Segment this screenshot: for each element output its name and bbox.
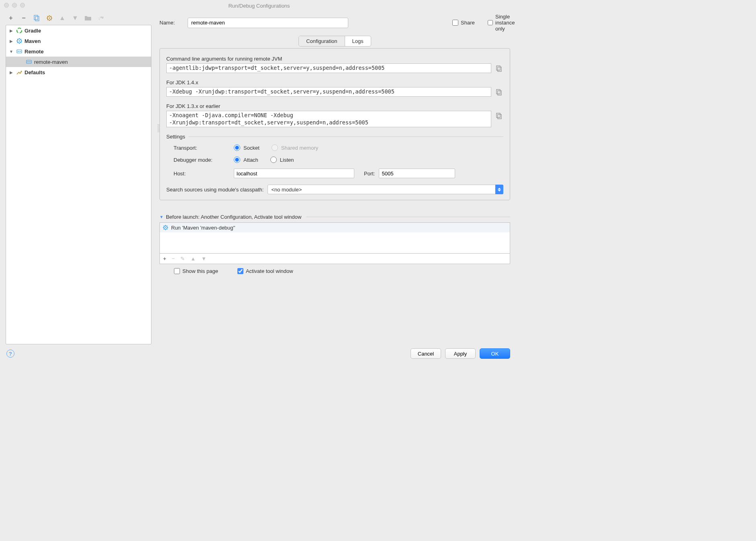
transport-shared-label: Shared memory xyxy=(281,145,318,151)
svg-rect-1 xyxy=(35,16,39,21)
copy-icon[interactable] xyxy=(494,88,503,97)
name-label: Name: xyxy=(159,20,182,26)
configurations-tree[interactable]: ▶ Gradle ▶ Maven ▼ Remote xyxy=(6,25,151,344)
show-page-checkbox[interactable]: Show this page xyxy=(174,268,218,274)
apply-button[interactable]: Apply xyxy=(445,348,476,359)
configuration-content: Command line arguments for running remot… xyxy=(159,48,510,200)
move-task-down-icon[interactable]: ▼ xyxy=(201,256,206,262)
edit-task-icon[interactable]: ✎ xyxy=(180,256,185,262)
jdk14-heading: For JDK 1.4.x xyxy=(166,79,503,85)
move-up-icon[interactable]: ▲ xyxy=(59,14,66,22)
help-icon[interactable]: ? xyxy=(6,350,14,358)
before-launch-list[interactable]: Run 'Maven 'maven-debug'' xyxy=(159,222,510,254)
ok-button[interactable]: OK xyxy=(480,348,510,359)
config-detail-panel: Name: Share Single instance only Configu… xyxy=(155,11,518,344)
copy-icon[interactable] xyxy=(494,64,503,73)
port-input[interactable] xyxy=(379,169,455,178)
before-launch-toolbar: + − ✎ ▲ ▼ xyxy=(159,254,510,264)
tree-node-maven[interactable]: ▶ Maven xyxy=(6,36,151,46)
share-checkbox[interactable]: Share xyxy=(452,20,475,26)
copy-config-icon[interactable] xyxy=(33,14,40,22)
gear-icon xyxy=(162,224,169,231)
transport-socket-input[interactable] xyxy=(234,144,240,151)
transport-socket-radio[interactable]: Socket xyxy=(234,144,259,151)
minimize-window-icon[interactable] xyxy=(12,3,17,8)
tab-logs[interactable]: Logs xyxy=(345,36,371,46)
add-config-icon[interactable]: + xyxy=(7,14,14,22)
tab-configuration[interactable]: Configuration xyxy=(299,36,345,46)
defaults-icon xyxy=(16,69,23,76)
port-label: Port: xyxy=(364,171,375,177)
config-tabs: Configuration Logs xyxy=(298,36,371,47)
debugger-listen-label: Listen xyxy=(280,157,294,163)
debugger-mode-label: Debugger mode: xyxy=(174,157,234,163)
tree-node-defaults[interactable]: ▶ Defaults xyxy=(6,67,151,77)
expand-arrow-icon[interactable]: ▶ xyxy=(8,28,14,33)
activate-tool-input[interactable] xyxy=(237,268,243,274)
tree-label: Remote xyxy=(25,49,44,55)
before-launch-item[interactable]: Run 'Maven 'maven-debug'' xyxy=(160,223,510,232)
share-checkbox-input[interactable] xyxy=(452,20,458,26)
debugger-listen-radio[interactable]: Listen xyxy=(270,157,294,163)
dropdown-caret-icon[interactable] xyxy=(495,185,503,194)
transport-socket-label: Socket xyxy=(243,145,259,151)
module-classpath-select[interactable]: <no module> xyxy=(268,185,503,194)
svg-point-3 xyxy=(49,18,50,19)
window-titlebar: Run/Debug Configurations xyxy=(0,0,518,11)
expand-arrow-icon[interactable]: ▶ xyxy=(8,70,14,75)
maven-icon xyxy=(16,37,23,45)
zoom-window-icon[interactable] xyxy=(20,3,25,8)
svg-rect-17 xyxy=(498,91,501,95)
tree-node-remote[interactable]: ▼ Remote xyxy=(6,46,151,57)
cmd-args-field[interactable]: -agentlib:jdwp=transport=dt_socket,serve… xyxy=(166,63,491,73)
name-input[interactable] xyxy=(188,18,348,28)
dialog-footer: ? Cancel Apply OK xyxy=(0,344,518,359)
single-instance-checkbox-input[interactable] xyxy=(488,20,493,26)
single-instance-label: Single instance only xyxy=(495,14,515,32)
transport-shared-input xyxy=(272,144,278,151)
cancel-button[interactable]: Cancel xyxy=(411,348,441,359)
remote-icon xyxy=(16,48,23,55)
remove-config-icon[interactable]: − xyxy=(20,14,27,22)
move-task-up-icon[interactable]: ▲ xyxy=(190,256,196,262)
debugger-attach-radio[interactable]: Attach xyxy=(234,157,258,163)
add-task-icon[interactable]: + xyxy=(163,256,166,262)
before-launch-heading: Before launch: Another Configuration, Ac… xyxy=(166,214,302,220)
configurations-toolbar: + − ▲ ▼ ↓ªᶻ xyxy=(6,14,151,25)
edit-defaults-icon[interactable] xyxy=(46,14,53,22)
collapse-arrow-icon[interactable]: ▼ xyxy=(8,49,14,54)
expand-arrow-icon[interactable]: ▶ xyxy=(8,39,14,43)
tree-node-remote-maven[interactable]: remote-maven xyxy=(6,57,151,67)
svg-rect-0 xyxy=(34,15,38,20)
host-label: Host: xyxy=(174,171,234,177)
debugger-listen-input[interactable] xyxy=(270,157,277,163)
divider xyxy=(188,136,503,137)
show-page-label: Show this page xyxy=(182,268,218,274)
tree-label: remote-maven xyxy=(34,59,68,65)
svg-point-4 xyxy=(17,28,22,33)
debugger-attach-input[interactable] xyxy=(234,157,240,163)
single-instance-checkbox[interactable]: Single instance only xyxy=(488,14,510,32)
sort-icon[interactable]: ↓ªᶻ xyxy=(97,14,104,22)
show-page-input[interactable] xyxy=(174,268,180,274)
jdk13-field[interactable]: -Xnoagent -Djava.compiler=NONE -Xdebug -… xyxy=(166,111,491,127)
folder-icon[interactable] xyxy=(84,14,92,22)
divider xyxy=(306,217,510,217)
activate-tool-checkbox[interactable]: Activate tool window xyxy=(237,268,293,274)
svg-point-21 xyxy=(165,227,166,228)
settings-heading: Settings xyxy=(166,134,185,140)
debugger-attach-label: Attach xyxy=(243,157,258,163)
collapse-arrow-icon[interactable]: ▼ xyxy=(159,215,163,219)
close-window-icon[interactable] xyxy=(4,3,9,8)
jdk14-field[interactable]: -Xdebug -Xrunjdwp:transport=dt_socket,se… xyxy=(166,87,491,97)
remove-task-icon[interactable]: − xyxy=(172,256,175,262)
move-down-icon[interactable]: ▼ xyxy=(72,14,79,22)
transport-label: Transport: xyxy=(174,145,234,151)
remote-icon xyxy=(25,58,33,65)
split-handle-icon[interactable] xyxy=(157,124,159,132)
configurations-panel: + − ▲ ▼ ↓ªᶻ ▶ Gradle ▶ xyxy=(0,11,155,344)
tree-node-gradle[interactable]: ▶ Gradle xyxy=(6,25,151,36)
host-input[interactable] xyxy=(234,169,354,178)
tree-label: Maven xyxy=(25,38,41,44)
copy-icon[interactable] xyxy=(494,112,503,120)
